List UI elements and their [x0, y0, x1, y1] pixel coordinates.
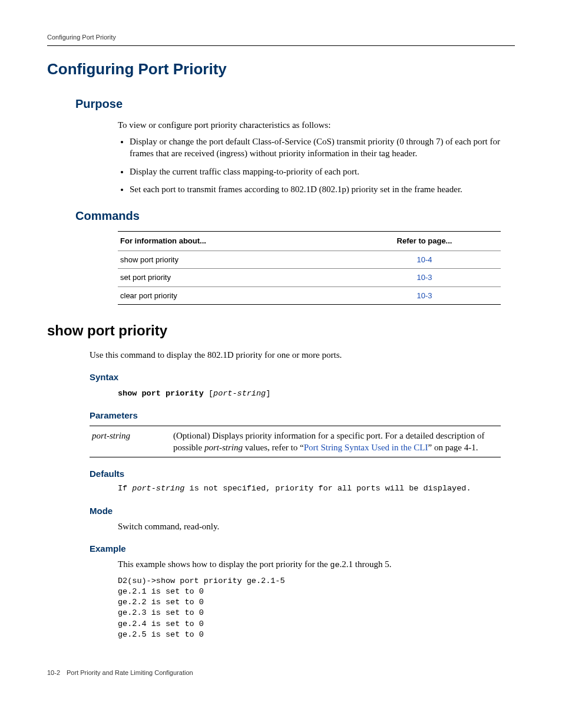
example-intro-pre: This example shows how to display the po…: [118, 559, 330, 569]
cmd-page-link[interactable]: 10-3: [348, 269, 501, 287]
syntax-cmd: show port priority: [118, 389, 204, 398]
example-intro-code: ge: [330, 561, 339, 569]
defaults-text: If port-string is not specified, priorit…: [118, 483, 515, 494]
page-footer: 10-2 Port Priority and Rate Limiting Con…: [47, 668, 515, 677]
cmd-about: show port priority: [118, 251, 348, 269]
defaults-arg: port-string: [132, 484, 184, 493]
example-intro-post: .2.1 through 5.: [340, 559, 392, 569]
list-item: Display the current traffic class mappin…: [130, 166, 501, 177]
param-desc: (Optional) Displays priority information…: [171, 426, 501, 457]
param-desc-italic: port-string: [204, 443, 243, 452]
list-item: Set each port to transmit frames accordi…: [130, 183, 501, 195]
list-item: Display or change the port default Class…: [130, 136, 501, 160]
table-row: port-string (Optional) Displays priority…: [90, 426, 501, 457]
cmd-page-link[interactable]: 10-3: [348, 286, 501, 305]
purpose-list: Display or change the port default Class…: [118, 136, 501, 195]
syntax-open: [: [204, 389, 213, 398]
syntax-arg: port-string: [213, 389, 266, 398]
commands-table: For information about... Refer to page..…: [118, 231, 501, 305]
purpose-intro: To view or configure port priority chara…: [118, 119, 501, 131]
syntax-close: ]: [266, 389, 270, 398]
table-header-about: For information about...: [118, 232, 348, 251]
port-string-syntax-link[interactable]: Port String Syntax Used in the CLI: [304, 443, 428, 452]
parameters-heading: Parameters: [90, 410, 515, 421]
table-row: clear port priority 10-3: [118, 286, 501, 305]
defaults-heading: Defaults: [90, 468, 515, 480]
commands-heading: Commands: [75, 208, 515, 224]
page-title: Configuring Port Priority: [47, 59, 515, 80]
param-name: port-string: [90, 426, 171, 457]
example-intro: This example shows how to display the po…: [118, 558, 515, 571]
param-desc-post: ” on page 4-1.: [428, 443, 478, 452]
cmd-about: clear port priority: [118, 286, 348, 305]
defaults-post: is not specified, priority for all ports…: [184, 484, 471, 493]
defaults-pre: If: [118, 484, 132, 493]
table-row: set port priority 10-3: [118, 269, 501, 287]
running-header: Configuring Port Priority: [47, 33, 515, 46]
example-heading: Example: [90, 543, 515, 555]
table-row: show port priority 10-4: [118, 251, 501, 269]
purpose-heading: Purpose: [75, 96, 515, 112]
parameters-table: port-string (Optional) Displays priority…: [90, 426, 501, 458]
example-output: D2(su)->show port priority ge.2.1-5 ge.2…: [118, 576, 515, 640]
syntax-heading: Syntax: [90, 371, 515, 383]
cmd-about: set port priority: [118, 269, 348, 287]
table-header-page: Refer to page...: [348, 232, 501, 251]
show-port-priority-desc: Use this command to display the 802.1D p…: [90, 349, 501, 361]
cmd-page-link[interactable]: 10-4: [348, 251, 501, 269]
mode-text: Switch command, read-only.: [118, 521, 515, 532]
param-desc-mid: values, refer to “: [243, 443, 304, 452]
syntax-line: show port priority [port-string]: [118, 389, 270, 398]
show-port-priority-heading: show port priority: [47, 321, 515, 340]
mode-heading: Mode: [90, 505, 515, 517]
